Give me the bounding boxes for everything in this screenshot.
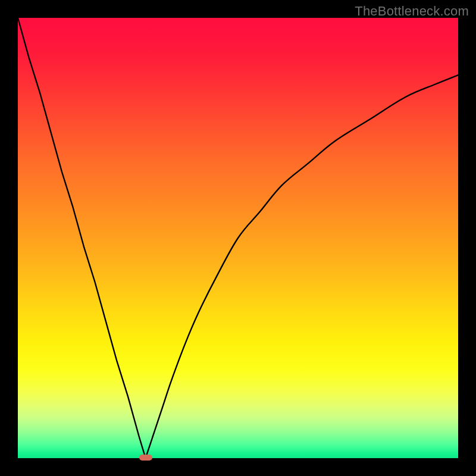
watermark-text: TheBottleneck.com [355, 4, 469, 19]
chart-frame: TheBottleneck.com [0, 0, 476, 476]
plot-area [18, 18, 458, 458]
bottleneck-curve [18, 18, 458, 458]
minimum-marker [139, 455, 152, 461]
